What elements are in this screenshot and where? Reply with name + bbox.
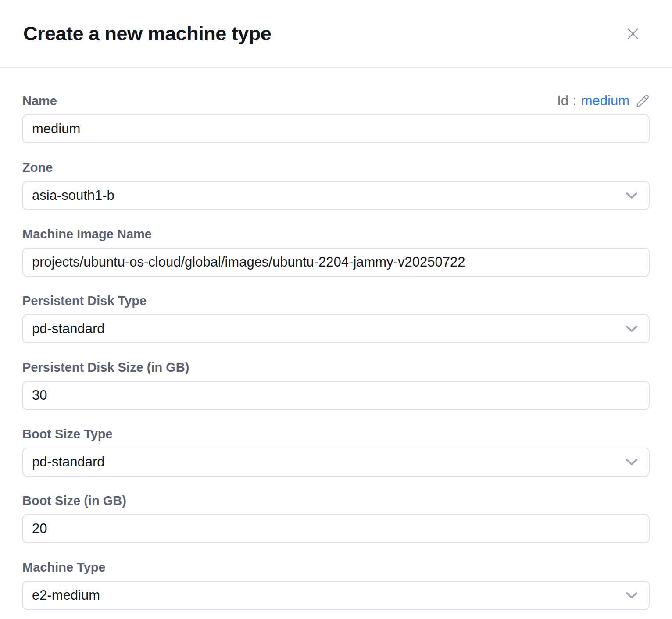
id-badge: Id : medium: [557, 93, 650, 108]
name-input[interactable]: [22, 114, 650, 143]
field-name: Name Id : medium: [22, 93, 650, 143]
pencil-icon: [636, 94, 650, 108]
machine-image-name-input[interactable]: [22, 248, 650, 277]
id-badge-label: Id: [557, 93, 568, 108]
modal-title: Create a new machine type: [23, 22, 271, 45]
field-persistent-disk-type: Persistent Disk Type pd-standard: [22, 293, 650, 343]
chevron-down-icon: [625, 325, 638, 333]
field-machine-image-name: Machine Image Name: [22, 227, 650, 277]
zone-label: Zone: [22, 160, 53, 175]
persistent-disk-type-select[interactable]: pd-standard: [22, 314, 650, 343]
boot-size-type-select[interactable]: pd-standard: [22, 448, 650, 477]
boot-size-type-label: Boot Size Type: [22, 427, 113, 441]
machine-type-select[interactable]: e2-medium: [22, 581, 650, 610]
persistent-disk-type-select-value: pd-standard: [32, 321, 104, 337]
modal-header: Create a new machine type: [0, 0, 672, 68]
chevron-down-icon: [625, 591, 638, 599]
id-badge-separator: :: [573, 93, 577, 108]
chevron-down-icon: [625, 458, 638, 466]
zone-select-value: asia-south1-b: [32, 188, 114, 203]
zone-select[interactable]: asia-south1-b: [22, 181, 650, 210]
persistent-disk-size-input[interactable]: [22, 381, 650, 410]
edit-id-button[interactable]: [636, 94, 650, 108]
field-persistent-disk-size: Persistent Disk Size (in GB): [22, 360, 650, 410]
close-icon: [625, 26, 641, 42]
persistent-disk-type-label: Persistent Disk Type: [22, 293, 147, 308]
field-zone: Zone asia-south1-b: [22, 160, 650, 210]
boot-size-input[interactable]: [22, 514, 650, 543]
boot-size-type-select-value: pd-standard: [32, 454, 104, 470]
chevron-down-icon: [625, 192, 638, 199]
modal-body: Name Id : medium: [0, 68, 672, 610]
persistent-disk-size-label: Persistent Disk Size (in GB): [22, 360, 189, 375]
name-label: Name: [22, 93, 57, 108]
field-boot-size: Boot Size (in GB): [22, 493, 650, 543]
create-machine-type-modal: Create a new machine type Name Id : medi…: [0, 0, 672, 619]
boot-size-label: Boot Size (in GB): [22, 493, 126, 508]
machine-type-select-value: e2-medium: [32, 587, 100, 603]
field-boot-size-type: Boot Size Type pd-standard: [22, 427, 650, 477]
machine-image-name-label: Machine Image Name: [22, 227, 152, 242]
id-badge-value: medium: [581, 93, 629, 108]
close-button[interactable]: [622, 23, 643, 44]
field-machine-type: Machine Type e2-medium: [22, 560, 650, 610]
machine-type-label: Machine Type: [22, 560, 106, 575]
